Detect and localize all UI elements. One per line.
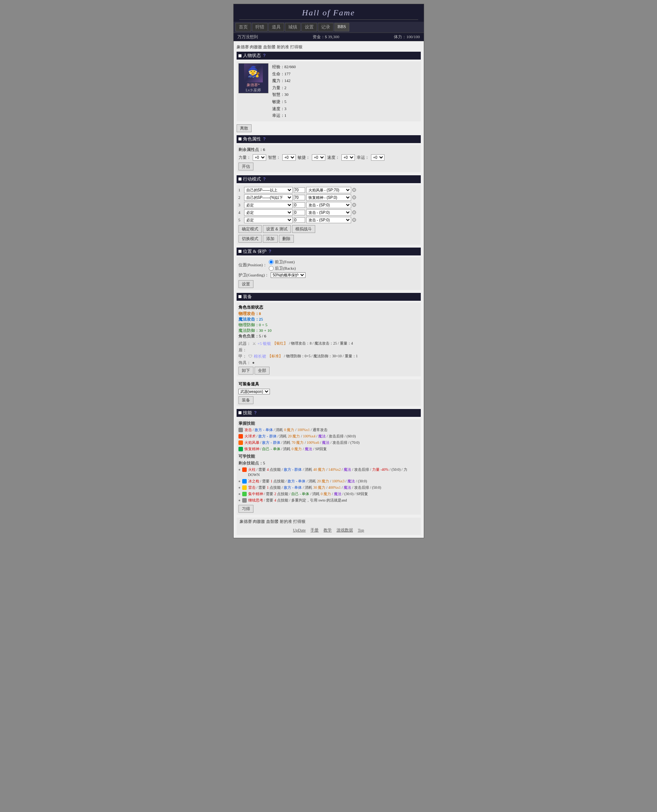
attr-confirm-button[interactable]: 开估 — [238, 162, 254, 170]
skill-icon-firestorm — [238, 441, 243, 445]
dismiss-button[interactable]: 离散 — [237, 124, 252, 132]
position-help[interactable]: ？ — [268, 248, 272, 255]
stat-luk: 幸运：1 — [272, 112, 419, 119]
mail-icon: 🛡 — [248, 354, 252, 358]
nav-items[interactable]: 道具 — [268, 23, 284, 31]
nav-town[interactable]: 城镇 — [285, 23, 300, 31]
char-attr-help[interactable]: ？ — [262, 136, 266, 142]
action-cond-3[interactable]: 必定 — [244, 202, 293, 208]
char-status-header: 人物状态 ？ — [237, 52, 421, 59]
action-val-4[interactable] — [294, 210, 305, 215]
guard-select[interactable]: 50%的概率保护 — [271, 272, 305, 278]
action-skill-4[interactable]: 攻击 - (SP:0) — [306, 209, 351, 216]
weapon-icon: ⚔ — [252, 341, 256, 346]
confirm-mode-button[interactable]: 确定模式 — [238, 225, 262, 233]
skill-mastered-0: 攻击 / 敌方 - 单体 / 消耗 0 魔力 / 100%x1 / 通常攻击 — [238, 427, 419, 433]
footer-gamedata[interactable]: 游戏数据 — [336, 528, 353, 532]
equip-section: 角色当前状态 物理攻击：8 魔法攻击：25 物理防御：0 + 5 魔法防御：30… — [237, 302, 421, 376]
equip-status-title: 角色当前状态 — [238, 304, 419, 310]
action-skill-1[interactable]: 火焰风暴 - (SP:70) — [306, 187, 351, 193]
stat-spd: 速度：3 — [272, 106, 419, 112]
select-luk[interactable]: +0 — [371, 154, 385, 161]
action-radio-5[interactable] — [352, 218, 356, 222]
action-cond-2[interactable]: 自己的SP——(%)以下 — [244, 194, 293, 201]
action-btns: 确定模式 设置 & 测试 模拟战斗 — [238, 225, 419, 233]
content: 象德赛 肉嗷嗷 血骷髅 射的准 打得狠 人物状态 ？ 象德赛* Lv.9 巫师 … — [234, 41, 424, 538]
action-radio-1[interactable] — [352, 188, 356, 192]
accessory-row: 饰具： ● — [238, 360, 419, 366]
skill-title: 技能 — [243, 410, 252, 416]
position-radio-group: 前卫(Front) 后卫(Backs) — [269, 259, 296, 271]
nav-home[interactable]: 首页 — [235, 23, 251, 31]
settings-test-button[interactable]: 设置 & 测试 — [263, 225, 291, 233]
nav-settings[interactable]: 设置 — [301, 23, 317, 31]
learn-button[interactable]: 习得 — [238, 505, 254, 513]
equip-btns: 卸下 全部 — [238, 367, 419, 374]
weapon-stats: / 物理攻击：8 / 魔法攻击：25 / 重量：4 — [289, 341, 353, 346]
pos-label: 位置(Position)： — [238, 262, 267, 268]
equip-button[interactable]: 装备 — [238, 396, 254, 404]
footer-top[interactable]: Top — [358, 528, 364, 532]
gold: 资金：$ 39,300 — [313, 34, 339, 40]
section-square — [238, 250, 241, 253]
unequip-button[interactable]: 卸下 — [238, 367, 254, 374]
action-cond-4[interactable]: 必定 — [244, 209, 293, 216]
nav-bbs[interactable]: BBS — [334, 23, 350, 31]
action-val-3[interactable] — [294, 202, 305, 208]
select-agi[interactable]: +0 — [312, 154, 325, 161]
section-square — [238, 137, 241, 140]
stat-wis: 智慧：30 — [272, 91, 419, 98]
action-skill-5[interactable]: 攻击 - (SP:0) — [306, 217, 351, 223]
skill-mastered-3: 恢复精神 / 自己 - 单体 / 消耗 0 魔力 / 魔法 / SP回复 — [238, 446, 419, 452]
footer-manual[interactable]: 手册 — [310, 528, 319, 532]
nav-records[interactable]: 记录 — [318, 23, 333, 31]
nav-hunt[interactable]: 狩猎 — [252, 23, 268, 31]
action-skill-3[interactable]: 攻击 - (SP:0) — [306, 202, 351, 208]
action-val-2[interactable] — [294, 195, 305, 200]
install-type-select[interactable]: 武器(weapon) — [238, 389, 270, 394]
switch-mode-button[interactable]: 切换模式 — [238, 235, 262, 243]
pos-row: 位置(Position)： 前卫(Front) 后卫(Backs) — [238, 259, 419, 271]
action-radio-2[interactable] — [352, 195, 356, 199]
action-val-1[interactable] — [294, 187, 305, 193]
action-val-5[interactable] — [294, 217, 305, 223]
footer-update[interactable]: UpDate — [293, 528, 305, 532]
skill-header: 技能 ？ — [237, 409, 421, 417]
select-wis[interactable]: +0 — [282, 154, 296, 161]
char-stats: 经验：82/660 生命：177 魔力：142 力量：2 智慧：30 敏捷：5 … — [272, 63, 419, 120]
action-radio-4[interactable] — [352, 210, 356, 214]
mastered-section: 掌握技能 攻击 / 敌方 - 单体 / 消耗 0 魔力 / 100%x1 / 通… — [238, 421, 419, 452]
armor-label: 盾： — [238, 347, 247, 353]
skill-learnable-0: ● 火柱 / 需要 4 点技能 / 敌方 - 群体 / 消耗 40 魔力 / 1… — [238, 467, 419, 477]
pos-front-radio[interactable] — [269, 260, 274, 265]
char-name-label: 象德赛* — [247, 83, 260, 88]
unequip-all-button[interactable]: 全部 — [255, 367, 269, 374]
char-status-help[interactable]: ？ — [262, 53, 266, 59]
action-skill-2[interactable]: 恢复精神 - (SP:0) — [306, 194, 351, 201]
char-nav-bottom: 象德赛 肉嗷嗷 血骷髅 射的准 打得狠 — [237, 517, 421, 525]
action-cond-5[interactable]: 必定 — [244, 217, 293, 223]
action-cond-1[interactable]: 自己的SP——以上 — [244, 187, 293, 193]
section-square — [238, 295, 241, 298]
footer-links: UpDate 手册 教学 游戏数据 Top — [237, 525, 421, 535]
learnable-section: 可学技能 剩余技能点：5 ● 火柱 / 需要 4 点技能 / 敌方 - 群体 /… — [238, 454, 419, 503]
pos-front-item: 前卫(Front) — [269, 259, 296, 265]
phys-atk: 物理攻击：8 — [238, 311, 419, 316]
add-button[interactable]: 添加 — [263, 235, 278, 243]
pos-confirm-button[interactable]: 设置 — [238, 280, 254, 288]
simulate-battle-button[interactable]: 模拟战斗 — [292, 225, 315, 233]
skill-icon-firepillar — [242, 468, 247, 472]
action-radio-3[interactable] — [352, 203, 356, 207]
select-spd[interactable]: +0 — [341, 154, 355, 161]
action-mode-help[interactable]: ？ — [262, 176, 266, 182]
select-str[interactable]: +0 — [253, 154, 266, 161]
learn-btn-row: 习得 — [238, 505, 419, 513]
footer-tutorial[interactable]: 教学 — [324, 528, 332, 532]
hp: 体力：100/100 — [394, 34, 420, 40]
delete-button[interactable]: 删除 — [279, 235, 294, 243]
skill-help[interactable]: ？ — [253, 410, 258, 416]
guard-row: 护卫(Guarding)： 50%的概率保护 — [238, 272, 419, 278]
char-attr-title: 角色属性 — [243, 136, 261, 142]
pos-back-radio[interactable] — [269, 266, 274, 271]
mastered-title: 掌握技能 — [238, 421, 419, 426]
